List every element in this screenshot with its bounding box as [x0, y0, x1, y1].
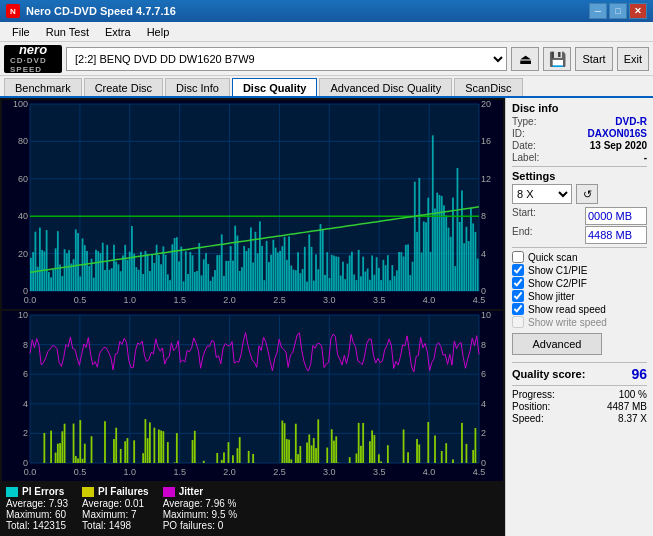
pi-failures-total: Total: 1498 [82, 520, 149, 531]
disc-info-title: Disc info [512, 102, 647, 114]
show-read-speed-label: Show read speed [528, 304, 606, 315]
title-bar: N Nero CD-DVD Speed 4.7.7.16 ─ □ ✕ [0, 0, 653, 22]
pi-failures-avg: Average: 0.01 [82, 498, 149, 509]
show-c2-pif-label: Show C2/PIF [528, 278, 587, 289]
legend-jitter: Jitter Average: 7.96 % Maximum: 9.5 % PO… [163, 486, 237, 531]
show-jitter-label: Show jitter [528, 291, 575, 302]
tab-benchmark[interactable]: Benchmark [4, 78, 82, 96]
charts-area: PI Errors Average: 7.93 Maximum: 60 Tota… [0, 98, 505, 536]
show-write-speed-label: Show write speed [528, 317, 607, 328]
right-panel: Disc info Type: DVD-R ID: DAXON016S Date… [505, 98, 653, 536]
end-row: End: [512, 226, 647, 244]
pi-errors-chart [2, 100, 503, 309]
pi-errors-color [6, 487, 18, 497]
position-row: Position: 4487 MB [512, 401, 647, 412]
tab-advanced-disc-quality[interactable]: Advanced Disc Quality [319, 78, 452, 96]
start-row: Start: [512, 207, 647, 225]
main-content: PI Errors Average: 7.93 Maximum: 60 Tota… [0, 98, 653, 536]
minimize-button[interactable]: ─ [589, 3, 607, 19]
show-write-speed-checkbox[interactable] [512, 316, 524, 328]
disc-date-row: Date: 13 Sep 2020 [512, 140, 647, 151]
jitter-color [163, 487, 175, 497]
tab-disc-quality[interactable]: Disc Quality [232, 78, 318, 96]
title-text: Nero CD-DVD Speed 4.7.7.16 [26, 5, 176, 17]
jitter-avg: Average: 7.96 % [163, 498, 237, 509]
app-icon: N [6, 4, 20, 18]
tab-disc-info[interactable]: Disc Info [165, 78, 230, 96]
top-chart [2, 100, 503, 309]
speed-row: Speed: 8.37 X [512, 413, 647, 424]
menu-file[interactable]: File [4, 24, 38, 40]
close-button[interactable]: ✕ [629, 3, 647, 19]
disc-type-row: Type: DVD-R [512, 116, 647, 127]
pi-failures-chart [2, 311, 503, 481]
divider-4 [512, 385, 647, 386]
maximize-button[interactable]: □ [609, 3, 627, 19]
legend-pi-errors: PI Errors Average: 7.93 Maximum: 60 Tota… [6, 486, 68, 531]
jitter-max: Maximum: 9.5 % [163, 509, 237, 520]
advanced-button[interactable]: Advanced [512, 333, 602, 355]
speed-row: 8 X ↺ [512, 184, 647, 204]
pi-failures-color [82, 487, 94, 497]
menu-run-test[interactable]: Run Test [38, 24, 97, 40]
show-jitter-checkbox[interactable] [512, 290, 524, 302]
pi-errors-max: Maximum: 60 [6, 509, 68, 520]
divider-3 [512, 362, 647, 363]
show-c1-pie-label: Show C1/PIE [528, 265, 587, 276]
refresh-icon[interactable]: ↺ [576, 184, 598, 204]
eject-icon[interactable]: ⏏ [511, 47, 539, 71]
pi-errors-avg: Average: 7.93 [6, 498, 68, 509]
pi-failures-max: Maximum: 7 [82, 509, 149, 520]
pi-errors-total: Total: 142315 [6, 520, 68, 531]
speed-select[interactable]: 8 X [512, 184, 572, 204]
pi-failures-title: PI Failures [98, 486, 149, 497]
show-c1-pie-checkbox[interactable] [512, 264, 524, 276]
start-input[interactable] [585, 207, 647, 225]
show-read-speed-row: Show read speed [512, 303, 647, 315]
toolbar: nero CD·DVD SPEED [2:2] BENQ DVD DD DW16… [0, 42, 653, 76]
end-label: End: [512, 226, 533, 244]
nero-logo: nero CD·DVD SPEED [4, 45, 62, 73]
divider-2 [512, 247, 647, 248]
start-button[interactable]: Start [575, 47, 612, 71]
progress-row: Progress: 100 % [512, 389, 647, 400]
progress-value: 100 % [619, 389, 647, 400]
pi-errors-title: PI Errors [22, 486, 64, 497]
bottom-chart [2, 311, 503, 481]
position-label: Position: [512, 401, 550, 412]
jitter-po-failures: PO failures: 0 [163, 520, 237, 531]
drive-select[interactable]: [2:2] BENQ DVD DD DW1620 B7W9 [66, 47, 507, 71]
quality-score-row: Quality score: 96 [512, 366, 647, 382]
quick-scan-row: Quick scan [512, 251, 647, 263]
speed-label: Speed: [512, 413, 544, 424]
show-read-speed-checkbox[interactable] [512, 303, 524, 315]
disc-id-row: ID: DAXON016S [512, 128, 647, 139]
speed-value: 8.37 X [618, 413, 647, 424]
tab-scandisc[interactable]: ScanDisc [454, 78, 522, 96]
start-label: Start: [512, 207, 536, 225]
divider-1 [512, 166, 647, 167]
settings-title: Settings [512, 170, 647, 182]
end-input[interactable] [585, 226, 647, 244]
show-jitter-row: Show jitter [512, 290, 647, 302]
menu-bar: File Run Test Extra Help [0, 22, 653, 42]
menu-help[interactable]: Help [139, 24, 178, 40]
quality-score-value: 96 [631, 366, 647, 382]
quick-scan-label: Quick scan [528, 252, 577, 263]
tab-create-disc[interactable]: Create Disc [84, 78, 163, 96]
save-icon[interactable]: 💾 [543, 47, 571, 71]
show-write-speed-row: Show write speed [512, 316, 647, 328]
exit-button[interactable]: Exit [617, 47, 649, 71]
disc-label-row: Label: - [512, 152, 647, 163]
legend-pi-failures: PI Failures Average: 0.01 Maximum: 7 Tot… [82, 486, 149, 531]
legend-area: PI Errors Average: 7.93 Maximum: 60 Tota… [2, 483, 503, 534]
progress-label: Progress: [512, 389, 555, 400]
quality-score-label: Quality score: [512, 368, 585, 380]
show-c2-pif-row: Show C2/PIF [512, 277, 647, 289]
menu-extra[interactable]: Extra [97, 24, 139, 40]
show-c2-pif-checkbox[interactable] [512, 277, 524, 289]
tab-bar: Benchmark Create Disc Disc Info Disc Qua… [0, 76, 653, 98]
window-controls: ─ □ ✕ [589, 3, 647, 19]
show-c1-pie-row: Show C1/PIE [512, 264, 647, 276]
quick-scan-checkbox[interactable] [512, 251, 524, 263]
